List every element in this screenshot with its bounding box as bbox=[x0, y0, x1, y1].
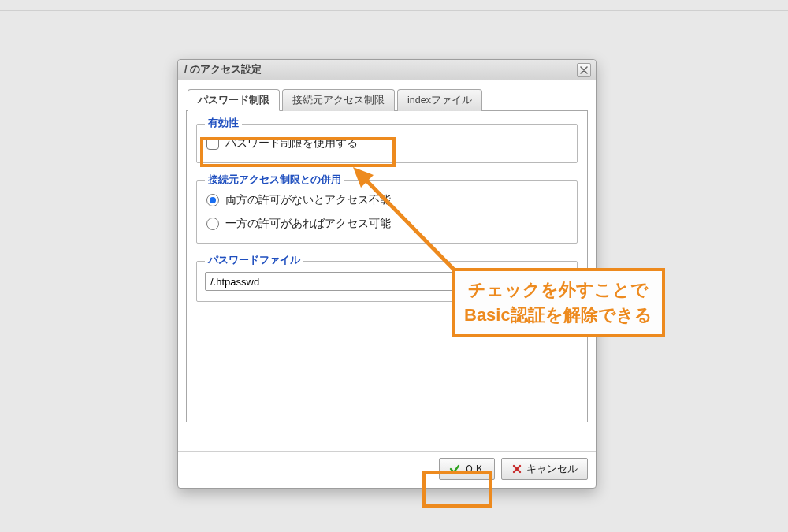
tab-source-access-restriction[interactable]: 接続元アクセス制限 bbox=[282, 89, 395, 111]
cancel-icon bbox=[511, 463, 522, 474]
combined-legend: 接続元アクセス制限との併用 bbox=[205, 173, 344, 187]
annotation-callout-line2: Basic認証を解除できる bbox=[464, 303, 652, 328]
use-password-label: パスワード制限を使用する bbox=[225, 136, 358, 151]
close-button[interactable] bbox=[577, 63, 591, 77]
radio-both-required[interactable] bbox=[206, 194, 219, 206]
cancel-button[interactable]: キャンセル bbox=[501, 458, 588, 480]
tab-label: パスワード制限 bbox=[198, 94, 269, 107]
tab-panel-password: 有効性 パスワード制限を使用する 接続元アクセス制限との併用 両方の許可がないと… bbox=[186, 111, 588, 422]
combined-option-both[interactable]: 両方の許可がないとアクセス不能 bbox=[205, 191, 569, 210]
page-top-rule bbox=[0, 10, 788, 11]
validity-legend: 有効性 bbox=[205, 117, 242, 130]
radio-label: 一方の許可があればアクセス可能 bbox=[225, 217, 391, 231]
tab-label: 接続元アクセス制限 bbox=[292, 94, 385, 107]
radio-either-ok[interactable] bbox=[206, 218, 219, 230]
validity-groupbox: 有効性 パスワード制限を使用する bbox=[196, 124, 578, 163]
tab-index-file[interactable]: indexファイル bbox=[397, 89, 482, 111]
dialog-body: パスワード制限 接続元アクセス制限 indexファイル 有効性 パスワード制限を… bbox=[178, 80, 596, 451]
radio-label: 両方の許可がないとアクセス不能 bbox=[225, 193, 391, 207]
password-file-legend: パスワードファイル bbox=[205, 254, 303, 267]
dialog-button-row: ＯＫ キャンセル bbox=[178, 451, 596, 488]
dialog-title: / のアクセス設定 bbox=[184, 63, 262, 76]
annotation-callout: チェックを外すことで Basic認証を解除できる bbox=[452, 268, 665, 337]
combined-option-either[interactable]: 一方の許可があればアクセス可能 bbox=[205, 214, 569, 233]
cancel-label: キャンセル bbox=[526, 463, 578, 476]
dialog-titlebar: / のアクセス設定 bbox=[178, 60, 596, 80]
annotation-callout-line1: チェックを外すことで bbox=[464, 277, 652, 303]
tab-password-restriction[interactable]: パスワード制限 bbox=[188, 89, 280, 111]
use-password-checkbox[interactable] bbox=[206, 137, 219, 150]
tab-row: パスワード制限 接続元アクセス制限 indexファイル bbox=[186, 87, 588, 111]
close-icon bbox=[580, 66, 588, 74]
combined-groupbox: 接続元アクセス制限との併用 両方の許可がないとアクセス不能 一方の許可があればア… bbox=[196, 180, 578, 244]
use-password-row[interactable]: パスワード制限を使用する bbox=[205, 134, 569, 153]
ok-label: ＯＫ bbox=[464, 463, 485, 476]
ok-button[interactable]: ＯＫ bbox=[439, 458, 495, 480]
check-icon bbox=[449, 463, 460, 474]
tab-label: indexファイル bbox=[407, 94, 472, 107]
